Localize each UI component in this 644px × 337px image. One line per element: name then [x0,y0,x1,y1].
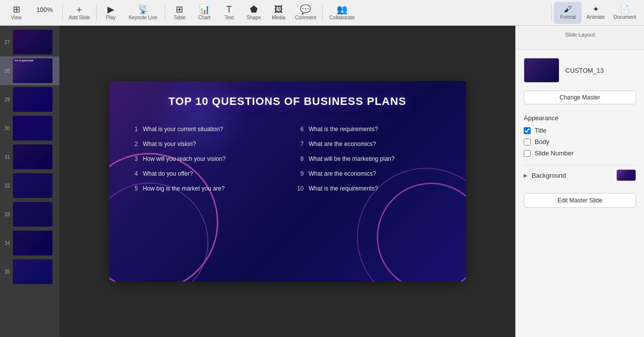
right-panel: Slide Layout CUSTOM_13 Change Master App… [515,26,644,337]
slide-number-checkbox-row: Slide Number [524,149,636,157]
slide-list-item: 4What do you offer? [129,170,280,177]
slide-thumbnail: TOP 10 QUESTIONS [13,58,52,83]
slide-number-checkbox-label: Slide Number [535,149,574,157]
add-slide-icon: ＋ [75,5,84,14]
add-slide-label: Add Slide [69,15,90,20]
slide-thumbnail [13,202,52,227]
slide-number: 33 [3,212,10,217]
item-text: What is the requirements? [309,185,378,192]
keynote-live-icon: 📡 [138,5,149,14]
chart-label: Chart [198,15,210,20]
background-swatch[interactable] [616,169,636,181]
change-master-button[interactable]: Change Master [524,91,636,104]
slide-panel: 2728TOP 10 QUESTIONS29303132333435 [0,26,59,337]
slide-content: 1What is your current situation?2What is… [129,126,446,272]
item-text: How will you reach your vision? [143,155,226,162]
slide-number: 34 [3,241,10,246]
play-button[interactable]: ▶ Play [99,2,123,24]
collaborate-label: Collaborate [330,15,355,20]
title-checkbox[interactable] [524,127,531,134]
item-number: 4 [129,170,138,177]
item-number: 7 [295,141,304,147]
slide-list-item: 8What will be the marketing plan? [295,155,446,162]
media-button[interactable]: 🖼 Media [266,2,291,24]
item-number: 6 [295,126,304,133]
slide-list-item: 10What is the requirements? [295,185,446,192]
text-button[interactable]: T Text [217,2,242,24]
slide-number: 31 [3,154,10,160]
slide-canvas[interactable]: TOP 10 QUESTIONS OF BUSINESS PLANS 1What… [109,81,466,282]
item-number: 1 [129,126,138,133]
slide-number: 29 [3,97,10,102]
zoom-control[interactable]: 100% 100% [29,2,60,24]
comment-label: Comment [295,15,316,20]
keynote-live-button[interactable]: 📡 Keynote Live [123,2,163,24]
view-label: View [11,15,22,20]
layout-name: CUSTOM_13 [565,67,604,74]
slide-item[interactable]: 33 [0,200,59,229]
slide-list-item: 2What is your vision? [129,141,280,147]
slide-thumbnail [13,173,52,198]
slide-list-item: 1What is your current situation? [129,126,280,133]
layout-info: CUSTOM_13 [565,67,604,74]
slide-number-checkbox[interactable] [524,150,531,157]
sep1 [62,5,63,21]
item-number: 3 [129,155,138,162]
item-text: What is the requirements? [309,126,378,133]
slide-item[interactable]: 27 [0,28,59,56]
slide-number: 32 [3,183,10,189]
table-button[interactable]: ⊞ Table [167,2,192,24]
background-chevron-icon: ▶ [524,173,528,178]
slide-number: 30 [3,126,10,131]
view-button[interactable]: ⊞ View [4,2,29,24]
chart-button[interactable]: 📊 Chart [192,2,217,24]
slide-item[interactable]: 31 [0,143,59,171]
format-tab-button[interactable]: 🖌 Format [554,2,582,24]
slide-list-item: 5How big is the market you are? [129,185,280,192]
toolbar: ⊞ View 100% 100% ＋ Add Slide ▶ Play 📡 Ke… [0,0,644,26]
animate-tab-button[interactable]: ✦ Animate [582,2,609,24]
slide-list-item: 9What are the economics? [295,170,446,177]
table-label: Table [174,15,186,20]
body-checkbox-label: Body [535,138,549,145]
format-label: Format [560,14,576,20]
view-icon: ⊞ [13,5,20,14]
background-label: Background [532,172,612,179]
slide-item[interactable]: 30 [0,114,59,143]
slide-item[interactable]: 28TOP 10 QUESTIONS [0,56,59,85]
slide-list-item: 3How will you reach your vision? [129,155,280,162]
background-section[interactable]: ▶ Background [524,165,636,185]
edit-master-slide-button[interactable]: Edit Master Slide [524,193,636,208]
collaborate-button[interactable]: 👥 Collaborate [325,2,359,24]
slide-col-left: 1What is your current situation?2What is… [129,126,280,272]
slide-col-right: 6What is the requirements?7What are the … [295,126,446,272]
animate-icon: ✦ [593,5,599,13]
add-slide-button[interactable]: ＋ Add Slide [65,2,94,24]
title-checkbox-row: Title [524,127,636,134]
comment-button[interactable]: 💬 Comment [291,2,320,24]
item-text: What is your current situation? [143,126,223,133]
item-text: What are the economics? [309,141,376,147]
slide-item[interactable]: 29 [0,85,59,114]
item-text: How big is the market you are? [143,185,225,192]
slide-item[interactable]: 32 [0,171,59,200]
shape-label: Shape [247,15,261,20]
body-checkbox[interactable] [524,139,531,145]
slide-item[interactable]: 35 [0,257,59,286]
play-icon: ▶ [107,5,114,14]
appearance-title: Appearance [524,114,636,122]
appearance-section: Appearance Title Body Slide Number [524,114,636,157]
body-checkbox-row: Body [524,138,636,145]
document-tab-button[interactable]: 📄 Document [609,2,640,24]
main-area: 2728TOP 10 QUESTIONS29303132333435 TOP 1… [0,26,644,337]
slide-item[interactable]: 34 [0,229,59,257]
sep3 [165,5,165,21]
table-icon: ⊞ [176,5,183,14]
chart-icon: 📊 [199,5,210,14]
item-text: What do you offer? [143,170,193,177]
shape-button[interactable]: ⬟ Shape [242,2,266,24]
canvas-area[interactable]: TOP 10 QUESTIONS OF BUSINESS PLANS 1What… [59,26,515,337]
shape-icon: ⬟ [250,5,258,14]
comment-icon: 💬 [300,5,311,14]
text-label: Text [225,15,234,20]
